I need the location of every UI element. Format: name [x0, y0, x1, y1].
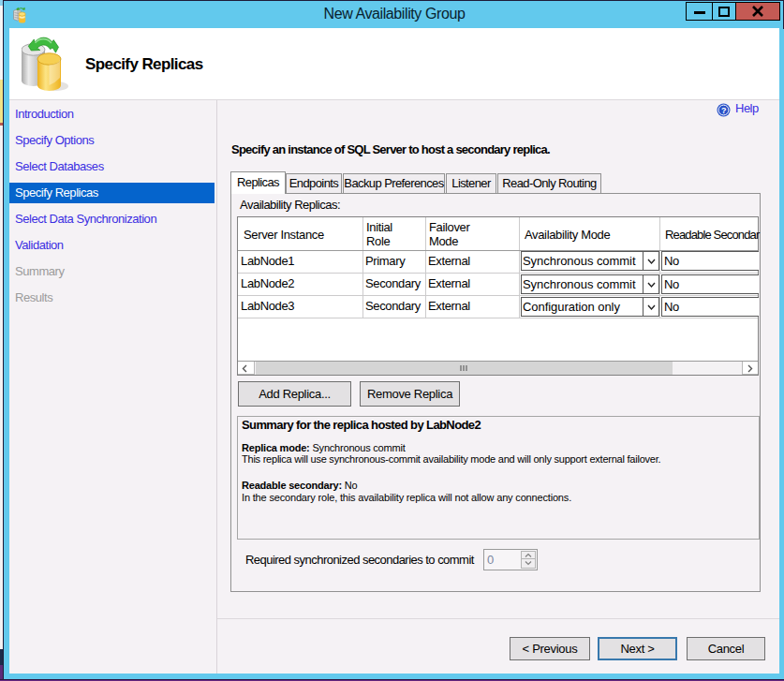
- svg-text:?: ?: [721, 106, 726, 115]
